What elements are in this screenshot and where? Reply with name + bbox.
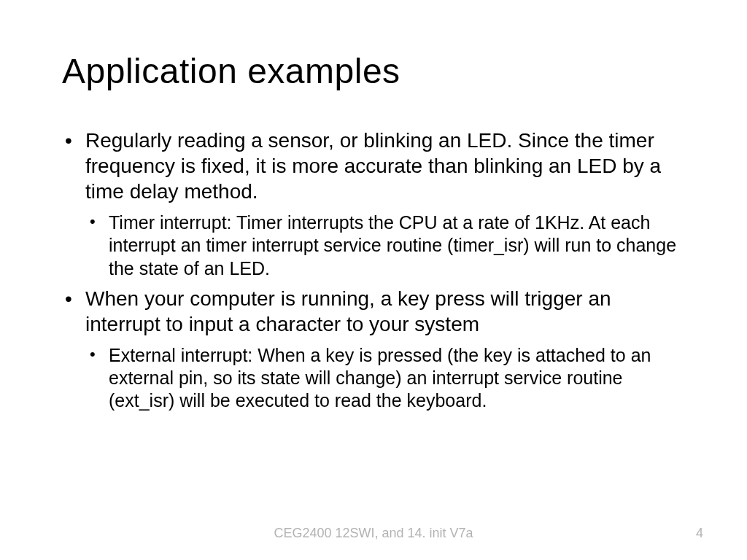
bullet-level2: Timer interrupt: Timer interrupts the CP… (85, 211, 685, 280)
slide: Application examples Regularly reading a… (0, 0, 747, 560)
bullet-level2: External interrupt: When a key is presse… (85, 344, 685, 413)
bullet-level1: Regularly reading a sensor, or blinking … (62, 128, 685, 204)
footer-text: CEG2400 12SWI, and 14. init V7a (0, 526, 747, 541)
slide-content: Regularly reading a sensor, or blinking … (62, 128, 685, 413)
bullet-level1: When your computer is running, a key pre… (62, 286, 685, 337)
slide-title: Application examples (62, 51, 685, 91)
page-number: 4 (696, 526, 703, 541)
bullet-list: Regularly reading a sensor, or blinking … (62, 128, 685, 413)
